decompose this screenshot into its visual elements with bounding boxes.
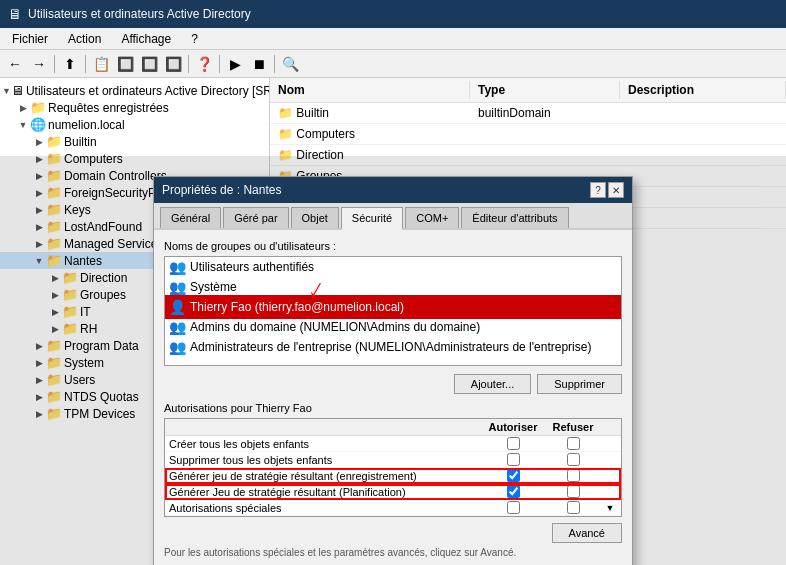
tree-item-label: Requêtes enregistrées [48,101,169,115]
remove-user-button[interactable]: Supprimer [537,374,622,394]
perm-check-refuser[interactable] [543,469,603,482]
toolbar-btn5[interactable]: ▶ [224,53,246,75]
user-label: Système [190,280,237,294]
checkbox-genreg-autoriser[interactable] [507,469,520,482]
dialog-controls: ? ✕ [590,182,624,198]
help-dialog-button[interactable]: ? [590,182,606,198]
properties-dialog: Propriétés de : Nantes ? ✕ Général Géré … [153,176,633,565]
tree-item-label: Utilisateurs et ordinateurs Active Direc… [26,84,270,98]
perm-check-autoriser[interactable] [483,485,543,498]
user-row-admins-domaine[interactable]: 👥 Admins du domaine (NUMELION\Admins du … [165,317,621,337]
app-icon: 🖥 [8,6,22,22]
menu-item-affichage[interactable]: Affichage [117,31,175,47]
user-row-thierry[interactable]: 👤 Thierry Fao (thierry.fao@numelion.loca… [165,297,621,317]
menu-item-action[interactable]: Action [64,31,105,47]
add-user-button[interactable]: Ajouter... [454,374,531,394]
cell-name: 📁 Computers [270,126,470,142]
list-item[interactable]: 📁 Builtin builtinDomain [270,103,786,124]
checkbox-creer-autoriser[interactable] [507,437,520,450]
checkbox-spec-autoriser[interactable] [507,501,520,514]
help-button[interactable]: ❓ [193,53,215,75]
toolbar-separator-4 [219,55,220,73]
user-row-system[interactable]: 👥 Système [165,277,621,297]
cell-type [470,133,620,135]
perm-check-autoriser[interactable] [483,501,543,514]
expand-icon: ▼ [16,120,30,130]
dialog-content: Noms de groupes ou d'utilisateurs : 👥 Ut… [154,230,632,565]
checkbox-suppr-refuser[interactable] [567,453,580,466]
tab-general[interactable]: Général [160,207,221,228]
tree-item-requetes[interactable]: ▶ 📁 Requêtes enregistrées [0,99,269,116]
toolbar-btn4[interactable]: 🔲 [162,53,184,75]
perm-check-refuser[interactable] [543,485,603,498]
advanced-button[interactable]: Avancé [552,523,623,543]
cell-name: 📁 Builtin [270,105,470,121]
folder-icon: 📁 [46,134,62,149]
menu-bar: FichierActionAffichage? [0,28,786,50]
tree-item-builtin[interactable]: ▶ 📁 Builtin [0,133,269,150]
users-section-label: Noms de groupes ou d'utilisateurs : [164,240,622,252]
checkbox-genplan-refuser[interactable] [567,485,580,498]
checkbox-creer-refuser[interactable] [567,437,580,450]
user-row-admins-entreprise[interactable]: 👥 Administrateurs de l'entreprise (NUMEL… [165,337,621,357]
perm-check-refuser[interactable] [543,437,603,450]
perm-label: Autorisations spéciales [169,502,483,514]
menu-item-?[interactable]: ? [187,31,202,47]
users-listbox[interactable]: 👥 Utilisateurs authentifiés 👥 Système 👤 … [164,256,622,366]
checkbox-spec-refuser[interactable] [567,501,580,514]
perm-col-autoriser: Autoriser [483,421,543,433]
tree-item-label: numelion.local [48,118,125,132]
checkbox-genplan-autoriser[interactable] [507,485,520,498]
close-dialog-button[interactable]: ✕ [608,182,624,198]
group-icon: 👥 [169,279,186,295]
toolbar-btn2[interactable]: 🔲 [114,53,136,75]
perm-label: Supprimer tous les objets enfants [169,454,483,466]
toolbar-btn1[interactable]: 📋 [90,53,112,75]
cell-desc [620,112,786,114]
perm-row-generer-enreg: Générer jeu de stratégie résultant (enre… [165,468,621,484]
toolbar: ← → ⬆ 📋 🔲 🔲 🔲 ❓ ▶ ⏹ 🔍 [0,50,786,78]
up-button[interactable]: ⬆ [59,53,81,75]
perm-row-generer-plan: Générer Jeu de stratégie résultant (Plan… [165,484,621,500]
perm-label: Générer jeu de stratégie résultant (enre… [169,470,483,482]
tab-editeur[interactable]: Éditeur d'attributs [461,207,568,228]
dialog-title: Propriétés de : Nantes [162,183,281,197]
back-button[interactable]: ← [4,53,26,75]
menu-item-fichier[interactable]: Fichier [8,31,52,47]
tree-item-root[interactable]: ▼ 🖥 Utilisateurs et ordinateurs Active D… [0,82,269,99]
info-text: Pour les autorisations spéciales et les … [164,547,622,558]
perm-check-refuser[interactable] [543,501,603,514]
toolbar-separator-5 [274,55,275,73]
forward-button[interactable]: → [28,53,50,75]
tab-objet[interactable]: Objet [291,207,339,228]
list-header: Nom Type Description [270,78,786,103]
perm-check-autoriser[interactable] [483,437,543,450]
cell-type: builtinDomain [470,105,620,121]
perm-section-label: Autorisations pour Thierry Fao [164,402,622,414]
user-label: Thierry Fao (thierry.fao@numelion.local) [190,300,404,314]
toolbar-btn3[interactable]: 🔲 [138,53,160,75]
title-bar: 🖥 Utilisateurs et ordinateurs Active Dir… [0,0,786,28]
toolbar-btn6[interactable]: ⏹ [248,53,270,75]
perm-check-refuser[interactable] [543,453,603,466]
tree-item-numelion[interactable]: ▼ 🌐 numelion.local [0,116,269,133]
perm-label: Créer tous les objets enfants [169,438,483,450]
expand-icon: ▼ [2,86,11,96]
cell-desc [620,133,786,135]
folder-icon: 📁 [30,100,46,115]
group-icon: 👥 [169,319,186,335]
tree-item-label: Builtin [64,135,97,149]
perm-col-refuser: Refuser [543,421,603,433]
filter-button[interactable]: 🔍 [279,53,301,75]
perm-check-autoriser[interactable] [483,453,543,466]
tab-gere-par[interactable]: Géré par [223,207,288,228]
checkbox-suppr-autoriser[interactable] [507,453,520,466]
tab-com[interactable]: COM+ [405,207,459,228]
perm-header: Autoriser Refuser [165,419,621,436]
user-row-auth[interactable]: 👥 Utilisateurs authentifiés [165,257,621,277]
checkbox-genreg-refuser[interactable] [567,469,580,482]
tab-securite[interactable]: Sécurité [341,207,403,230]
list-item[interactable]: 📁 Computers [270,124,786,145]
perm-label: Générer Jeu de stratégie résultant (Plan… [169,486,483,498]
perm-check-autoriser[interactable] [483,469,543,482]
